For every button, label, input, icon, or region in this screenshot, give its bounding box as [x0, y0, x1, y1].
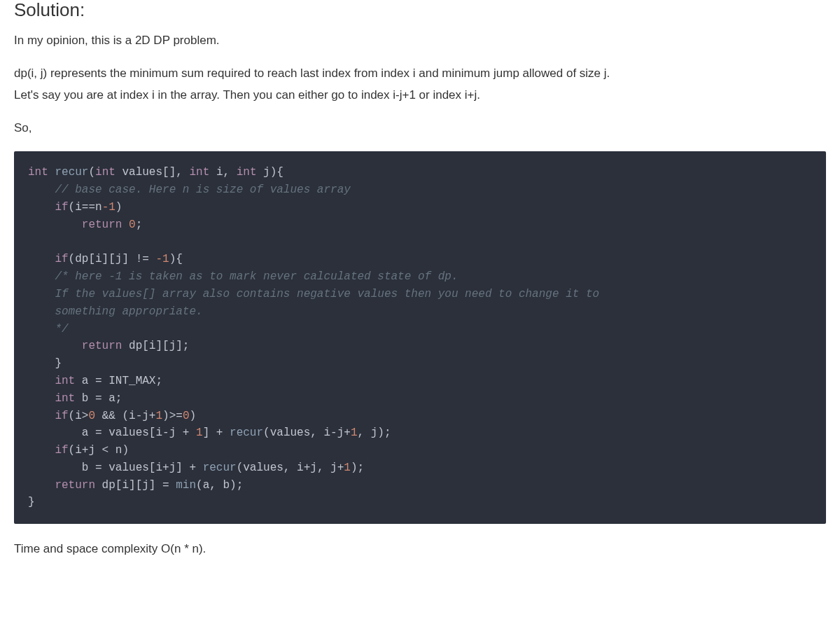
complexity-note: Time and space complexity O(n * n).	[14, 539, 826, 558]
paragraph-dp-line2: Let's say you are at index i in the arra…	[14, 85, 826, 104]
paragraph-so: So,	[14, 118, 826, 137]
code-block: int recur(int values[], int i, int j){ /…	[14, 151, 826, 524]
paragraph-intro: In my opinion, this is a 2D DP problem.	[14, 31, 826, 50]
solution-heading: Solution:	[14, 0, 826, 25]
paragraph-dp-line1: dp(i, j) represents the minimum sum requ…	[14, 64, 826, 83]
code-content: int recur(int values[], int i, int j){ /…	[28, 164, 812, 511]
paragraph-dp-explain: dp(i, j) represents the minimum sum requ…	[14, 64, 826, 104]
